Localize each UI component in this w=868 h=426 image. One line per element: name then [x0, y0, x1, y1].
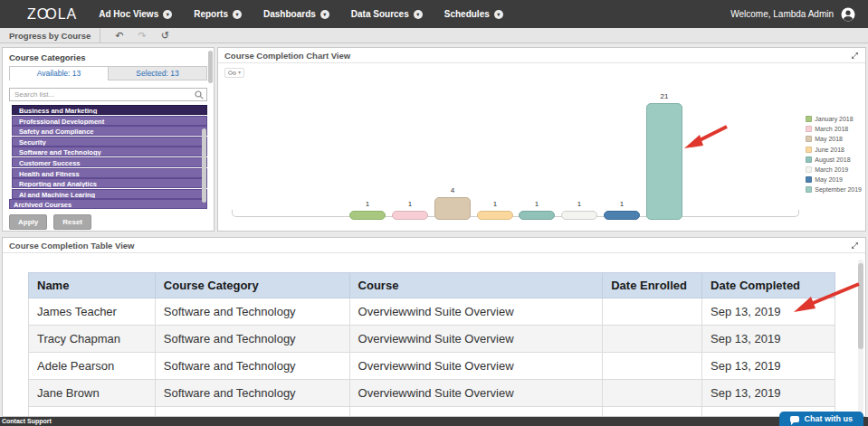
- app-window: ZOOLA Ad Hoc Views▾Reports▾Dashboards▾Da…: [0, 0, 868, 426]
- table-cell: Overviewwind Suite Overview: [349, 353, 603, 380]
- top-nav: ZOOLA Ad Hoc Views▾Reports▾Dashboards▾Da…: [0, 0, 868, 28]
- legend-item: January 2018: [806, 114, 862, 124]
- chart-panel: Course Completion Chart View ▾ 114111121…: [217, 47, 866, 232]
- nav-item-ad-hoc-views[interactable]: Ad Hoc Views▾: [99, 9, 172, 19]
- category-item[interactable]: Reporting and Analytics: [12, 178, 207, 188]
- column-header[interactable]: Name: [29, 273, 156, 298]
- chart-panel-title: Course Completion Chart View: [224, 51, 350, 61]
- category-item[interactable]: Safety and Compliance: [12, 126, 207, 136]
- expand-icon[interactable]: [851, 52, 859, 60]
- category-list-scrollbar[interactable]: [202, 128, 206, 203]
- legend-swatch: [806, 176, 812, 183]
- panel-scrollbar[interactable]: [208, 51, 213, 83]
- table-cell: [603, 353, 702, 380]
- nav-item-label: Data Sources: [351, 9, 409, 19]
- table-cell: Overviewwind Suite Overview: [349, 298, 603, 326]
- table-panel: Course Completion Table View NameCourse …: [2, 237, 866, 417]
- legend-swatch: [806, 186, 812, 193]
- search-icon[interactable]: [195, 87, 204, 103]
- nav-item-label: Dashboards: [263, 9, 316, 19]
- legend-item: June 2018: [806, 145, 862, 155]
- contact-support-link[interactable]: Contact Support: [2, 418, 52, 424]
- bar[interactable]: [434, 197, 471, 220]
- nav-item-reports[interactable]: Reports▾: [194, 9, 242, 19]
- table-cell: Software and Technology: [155, 326, 349, 353]
- category-item[interactable]: AI and Machine Learing: [12, 189, 207, 199]
- legend-item: March 2018: [806, 124, 862, 134]
- expand-icon[interactable]: [851, 241, 859, 250]
- table-panel-header: Course Completion Table View: [3, 238, 865, 253]
- table-cell: Sep 13, 2019: [702, 380, 835, 407]
- table-cell: Overviewwind Suite Overview: [349, 380, 603, 407]
- refresh-icon[interactable]: ↺: [161, 31, 169, 41]
- tab-available[interactable]: Available: 13: [9, 66, 109, 80]
- chevron-down-icon: ▾: [320, 10, 329, 19]
- bar[interactable]: [349, 211, 386, 220]
- table-scrollbar[interactable]: [858, 260, 863, 413]
- chevron-down-icon: ▾: [414, 10, 423, 19]
- course-categories-panel: Course Categories Available: 13 Selected…: [2, 47, 215, 232]
- search-box: [9, 84, 207, 101]
- legend-swatch: [806, 166, 812, 173]
- chat-button-label: Chat with us: [805, 414, 854, 423]
- bar-value-label: 1: [349, 200, 386, 208]
- bar[interactable]: [519, 211, 555, 220]
- table-row: James TeacherSoftware and TechnologyOver…: [29, 298, 835, 326]
- filter-tabs: Available: 13 Selected: 13: [9, 66, 207, 80]
- column-header[interactable]: Date Enrolled: [603, 273, 702, 298]
- category-item[interactable]: Customer Success: [12, 157, 207, 167]
- redo-icon[interactable]: ↷: [138, 31, 147, 41]
- search-input[interactable]: [9, 88, 207, 101]
- table-scroll-thumb[interactable]: [858, 263, 863, 349]
- chart-panel-header: Course Completion Chart View: [218, 48, 865, 63]
- bar-value-label: 1: [477, 200, 513, 208]
- bar[interactable]: [646, 103, 682, 220]
- nav-item-dashboards[interactable]: Dashboards▾: [263, 9, 329, 19]
- category-item[interactable]: Software and Technology: [12, 147, 207, 156]
- chart-area: ▾ 114111121 January 2018March 2018May 20…: [218, 63, 865, 232]
- category-item[interactable]: Professional Development: [12, 116, 207, 126]
- category-item[interactable]: Business and Marketing: [12, 105, 207, 115]
- user-avatar-icon[interactable]: [841, 7, 855, 22]
- bar[interactable]: [477, 211, 513, 220]
- tab-selected[interactable]: Selected: 13: [109, 66, 207, 80]
- bar[interactable]: [392, 211, 428, 220]
- zoola-logo[interactable]: ZOOLA: [27, 6, 77, 23]
- category-item[interactable]: Health and Fitness: [12, 168, 207, 178]
- table-row: Jim JuneSoftware and TechnologyOvervieww…: [29, 407, 835, 418]
- bar-value-label: 1: [604, 200, 640, 208]
- reset-button[interactable]: Reset: [53, 214, 91, 230]
- column-header[interactable]: Course Category: [155, 273, 349, 298]
- table-cell: Tracy Chapman: [29, 326, 156, 353]
- nav-item-schedules[interactable]: Schedules▾: [444, 9, 503, 19]
- column-header[interactable]: Date Completed: [702, 273, 835, 298]
- chat-button[interactable]: Chat with us: [779, 412, 864, 426]
- legend-label: May 2019: [815, 176, 843, 183]
- undo-icon[interactable]: ↶: [115, 31, 123, 41]
- legend-swatch: [806, 116, 812, 122]
- legend-label: June 2018: [815, 147, 844, 153]
- nav-item-label: Schedules: [444, 9, 490, 19]
- nav-item-data-sources[interactable]: Data Sources▾: [351, 9, 423, 19]
- category-item[interactable]: Security: [12, 137, 207, 147]
- chevron-down-icon: ▾: [494, 10, 503, 19]
- column-header[interactable]: Course: [349, 273, 603, 298]
- apply-button[interactable]: Apply: [9, 214, 47, 230]
- legend-swatch: [806, 147, 812, 153]
- report-tab[interactable]: Progress by Course: [0, 28, 100, 43]
- bar-value-label: 4: [434, 186, 471, 194]
- table-header-row: NameCourse CategoryCourseDate EnrolledDa…: [29, 273, 835, 298]
- nav-right: Welcome, Lambda Admin: [730, 7, 868, 22]
- table-row: Tracy ChapmanSoftware and TechnologyOver…: [29, 326, 835, 353]
- legend-item: September 2019: [806, 185, 862, 194]
- table-cell: Sep 13, 2019: [702, 326, 835, 353]
- table-cell: Jane Brown: [29, 380, 156, 407]
- bar[interactable]: [561, 211, 597, 220]
- chart-options-icon[interactable]: ▾: [224, 68, 244, 78]
- legend-label: January 2018: [815, 116, 853, 122]
- table-cell: Overviewwind Suite Overview: [349, 407, 603, 418]
- category-item[interactable]: Archived Courses: [9, 199, 207, 209]
- bar[interactable]: [604, 211, 640, 220]
- table-cell: Overviewwind Suite Overview: [349, 326, 603, 353]
- filter-actions: Apply Reset: [9, 214, 207, 230]
